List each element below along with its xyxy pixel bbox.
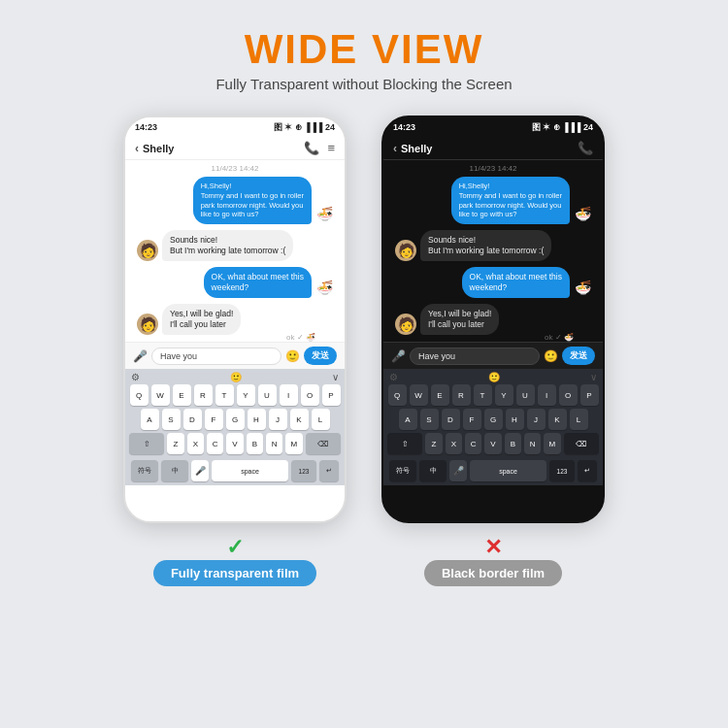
left-key-r[interactable]: R: [194, 384, 213, 406]
right-key-k[interactable]: K: [548, 409, 567, 430]
left-key-v[interactable]: V: [226, 433, 243, 454]
left-key-x[interactable]: X: [187, 433, 204, 454]
right-key-chinese[interactable]: 中: [419, 460, 447, 481]
right-key-s[interactable]: S: [420, 409, 439, 430]
left-key-f[interactable]: F: [205, 409, 223, 430]
left-ok-status: ok ✓ 🍜: [286, 333, 315, 342]
right-key-shift[interactable]: ⇧: [387, 433, 422, 454]
right-key-enter[interactable]: ↵: [578, 460, 597, 481]
right-key-x[interactable]: X: [446, 433, 462, 454]
left-key-l[interactable]: L: [312, 409, 330, 430]
right-key-h[interactable]: H: [506, 409, 524, 430]
right-phone-frame: 14:23 图 ✶ ⊕ ▐▐▐ 24 ‹ Shelly 📞 11/4/23 14…: [381, 116, 605, 523]
right-key-o[interactable]: O: [559, 384, 578, 406]
left-key-enter[interactable]: ↵: [319, 460, 339, 481]
right-key-p[interactable]: P: [580, 384, 599, 406]
right-key-settings[interactable]: ⚙: [389, 372, 398, 382]
right-key-backspace[interactable]: ⌫: [564, 433, 599, 454]
right-key-mic[interactable]: 🎤: [449, 460, 467, 481]
right-msg-3: OK, what about meet thisweekend? 🍜: [391, 267, 595, 298]
right-msg-4: 🧑 Yes,I will be glad!I'll call you later: [391, 304, 595, 335]
left-key-h[interactable]: H: [248, 409, 266, 430]
left-key-d[interactable]: D: [183, 409, 202, 430]
left-key-y[interactable]: Y: [237, 384, 255, 406]
left-key-s[interactable]: S: [162, 409, 181, 430]
right-key-n[interactable]: N: [524, 433, 541, 454]
right-key-q[interactable]: Q: [388, 384, 407, 406]
right-chat-area: 11/4/23 14:42 Hi,Shelly!Tommy and I want…: [383, 160, 603, 342]
left-menu-icon[interactable]: ≡: [327, 141, 335, 155]
left-mic-icon[interactable]: 🎤: [133, 349, 148, 363]
right-contact-name: Shelly: [401, 143, 432, 154]
right-key-space[interactable]: space: [470, 460, 546, 481]
right-key-symbols[interactable]: 符号: [389, 460, 416, 481]
right-key-i[interactable]: I: [538, 384, 556, 406]
left-key-q[interactable]: Q: [130, 384, 149, 406]
right-key-f[interactable]: F: [463, 409, 481, 430]
right-key-v[interactable]: V: [484, 433, 501, 454]
right-key-emoji[interactable]: 🙂: [488, 372, 500, 382]
left-key-a[interactable]: A: [141, 409, 159, 430]
right-key-w[interactable]: W: [410, 384, 428, 406]
left-key-shift[interactable]: ⇧: [129, 433, 164, 454]
left-key-mic[interactable]: 🎤: [191, 460, 209, 481]
right-emoji-icon[interactable]: 🙂: [544, 349, 558, 363]
left-key-k[interactable]: K: [290, 409, 309, 430]
right-key-l[interactable]: L: [570, 409, 588, 430]
right-key-y[interactable]: Y: [495, 384, 513, 406]
left-key-w[interactable]: W: [151, 384, 170, 406]
right-key-a[interactable]: A: [399, 409, 417, 430]
left-key-e[interactable]: E: [173, 384, 191, 406]
left-key-z[interactable]: Z: [167, 433, 183, 454]
left-send-button[interactable]: 发送: [304, 347, 337, 365]
left-key-space[interactable]: space: [212, 460, 288, 481]
right-avatar-4: 🧑: [395, 314, 416, 335]
left-messages: Hi,Shelly!Tommy and I want to go in roll…: [125, 177, 345, 335]
right-back-arrow[interactable]: ‹: [393, 142, 397, 155]
left-input-box[interactable]: Have you: [151, 347, 281, 365]
right-key-b[interactable]: B: [505, 433, 521, 454]
right-key-d[interactable]: D: [442, 409, 460, 430]
right-key-u[interactable]: U: [516, 384, 535, 406]
left-key-c[interactable]: C: [207, 433, 223, 454]
right-key-123[interactable]: 123: [549, 460, 575, 481]
right-bubble-1: Hi,Shelly!Tommy and I want to go in roll…: [451, 177, 570, 224]
left-key-j[interactable]: J: [269, 409, 287, 430]
right-call-icon[interactable]: 📞: [578, 141, 593, 155]
right-key-r[interactable]: R: [452, 384, 471, 406]
left-key-chinese[interactable]: 中: [161, 460, 188, 481]
left-key-u[interactable]: U: [258, 384, 277, 406]
right-key-chevron[interactable]: ∨: [590, 372, 597, 382]
left-key-o[interactable]: O: [301, 384, 319, 406]
left-key-emoji[interactable]: 🙂: [230, 372, 242, 382]
right-keyboard-top-row: ⚙ 🙂 ∨: [383, 369, 603, 384]
left-key-b[interactable]: B: [247, 433, 263, 454]
left-key-p[interactable]: P: [322, 384, 341, 406]
left-emoji-icon[interactable]: 🙂: [285, 349, 300, 363]
left-back-arrow[interactable]: ‹: [135, 142, 139, 155]
right-key-t[interactable]: T: [474, 384, 492, 406]
left-key-g[interactable]: G: [226, 409, 245, 430]
right-key-j[interactable]: J: [527, 409, 546, 430]
left-key-123[interactable]: 123: [291, 460, 316, 481]
left-call-icon[interactable]: 📞: [304, 141, 319, 155]
left-key-backspace[interactable]: ⌫: [306, 433, 341, 454]
left-key-m[interactable]: M: [285, 433, 302, 454]
left-key-i[interactable]: I: [280, 384, 298, 406]
right-key-z[interactable]: Z: [425, 433, 442, 454]
left-key-n[interactable]: N: [266, 433, 282, 454]
left-key-t[interactable]: T: [215, 384, 234, 406]
right-key-m[interactable]: M: [544, 433, 560, 454]
left-key-symbols[interactable]: 符号: [131, 460, 158, 481]
left-key-settings[interactable]: ⚙: [131, 372, 140, 382]
left-key-chevron[interactable]: ∨: [332, 372, 339, 382]
right-send-button[interactable]: 发送: [562, 347, 595, 365]
right-input-box[interactable]: Have you: [410, 347, 540, 365]
right-avatar-1: 🍜: [572, 203, 593, 224]
right-key-e[interactable]: E: [431, 384, 449, 406]
right-status-icons: 图 ✶ ⊕ ▐▐▐ 24: [532, 121, 593, 134]
left-contact-name: Shelly: [143, 143, 174, 154]
right-key-g[interactable]: G: [484, 409, 503, 430]
right-mic-icon[interactable]: 🎤: [391, 349, 406, 363]
right-key-c[interactable]: C: [465, 433, 481, 454]
